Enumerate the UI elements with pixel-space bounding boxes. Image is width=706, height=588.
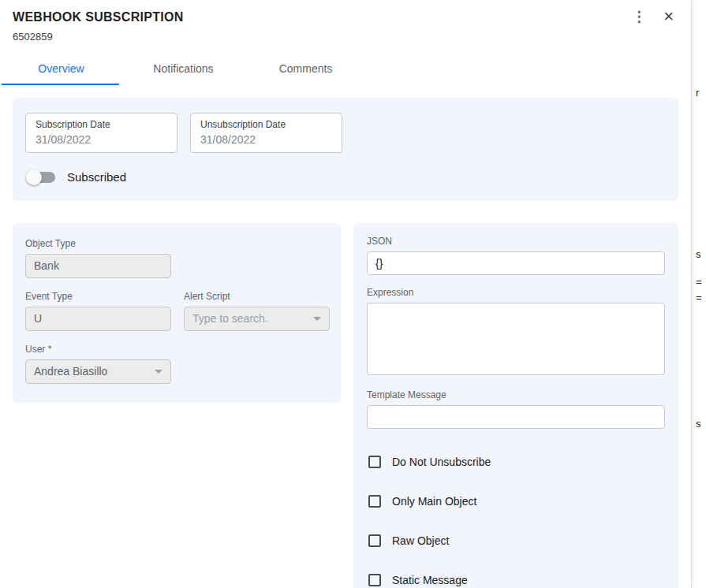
object-type-label: Object Type (25, 238, 328, 249)
alert-script-group: Alert Script Type to search. (184, 291, 330, 344)
subscribed-toggle-label: Subscribed (67, 170, 126, 184)
record-id: 6502859 (13, 31, 678, 43)
object-type-input[interactable]: Bank (25, 254, 171, 278)
template-message-input[interactable] (367, 405, 665, 429)
checkbox-icon[interactable] (368, 574, 381, 586)
subscription-date-field[interactable]: Subscription Date 31/08/2022 (25, 113, 177, 153)
dialog-title: WEBHOOK SUBSCRIPTION (13, 10, 678, 24)
webhook-subscription-dialog: WEBHOOK SUBSCRIPTION 6502859 ⋮ × Overvie… (0, 0, 692, 588)
tab-overview[interactable]: Overview (0, 52, 122, 85)
subscription-date-label: Subscription Date (35, 119, 167, 130)
alert-script-label: Alert Script (184, 291, 330, 302)
template-message-label: Template Message (367, 389, 665, 400)
checkbox-row-raw-object[interactable]: Raw Object (368, 534, 665, 547)
subscription-panel: Subscription Date 31/08/2022 Unsubscript… (13, 98, 678, 201)
user-select-value: Andrea Biasillo (34, 360, 107, 383)
checkbox-label: Do Not Unsubscribe (392, 456, 491, 468)
expression-field: Expression (367, 287, 665, 378)
unsubscription-date-field[interactable]: Unsubscription Date 31/08/2022 (190, 113, 342, 153)
edge-fragment: r (696, 87, 699, 99)
dialog-header: WEBHOOK SUBSCRIPTION 6502859 ⋮ × (0, 0, 691, 46)
edge-fragment: s (696, 248, 701, 260)
expression-textarea[interactable] (367, 303, 665, 375)
checkbox-list: Do Not Unsubscribe Only Main Object Raw … (367, 456, 665, 586)
unsubscription-date-label: Unsubscription Date (200, 119, 332, 130)
user-group: User * Andrea Biasillo (25, 344, 328, 384)
checkbox-label: Only Main Object (392, 495, 476, 508)
tab-bar: Overview Notifications Comments (0, 52, 691, 85)
json-input[interactable] (367, 251, 665, 275)
checkbox-row-static-message[interactable]: Static Message (368, 574, 665, 586)
user-select[interactable]: Andrea Biasillo (25, 359, 171, 384)
tab-comments[interactable]: Comments (245, 52, 367, 85)
tab-notifications[interactable]: Notifications (122, 52, 245, 85)
event-alert-row: Event Type U Alert Script Type to search… (25, 291, 328, 344)
json-field: JSON (367, 236, 665, 275)
user-label: User * (25, 344, 328, 355)
page-background: r s = = s WEBHOOK SUBSCRIPTION 6502859 ⋮… (0, 0, 706, 588)
object-type-group: Object Type Bank (25, 238, 328, 278)
alert-script-select[interactable]: Type to search. (184, 307, 330, 331)
edge-fragment: = (696, 276, 702, 288)
checkbox-row-only-main-object[interactable]: Only Main Object (368, 495, 665, 508)
subscribed-toggle-row: Subscribed (25, 170, 666, 184)
close-icon[interactable]: × (663, 8, 674, 25)
toggle-knob (26, 169, 42, 185)
checkbox-icon[interactable] (368, 495, 381, 508)
chevron-down-icon (313, 317, 321, 321)
template-message-field: Template Message (367, 389, 665, 429)
checkbox-icon[interactable] (368, 456, 381, 468)
edge-fragment: = (696, 292, 702, 303)
alert-script-placeholder: Type to search. (192, 307, 268, 330)
event-type-group: Event Type U (25, 291, 171, 331)
detail-columns: Object Type Bank Event Type U Alert Scri… (13, 223, 678, 588)
checkbox-row-do-not-unsubscribe[interactable]: Do Not Unsubscribe (368, 456, 665, 468)
checkbox-label: Raw Object (392, 534, 449, 547)
event-type-input[interactable]: U (25, 307, 171, 331)
unsubscription-date-value: 31/08/2022 (200, 133, 332, 146)
message-settings-panel: JSON Expression Template Message (353, 223, 678, 588)
dialog-body: Subscription Date 31/08/2022 Unsubscript… (0, 85, 691, 588)
checkbox-label: Static Message (392, 574, 468, 586)
checkbox-icon[interactable] (368, 534, 381, 547)
expression-label: Expression (367, 287, 665, 298)
edge-fragment: s (696, 418, 701, 430)
subscription-date-value: 31/08/2022 (35, 133, 167, 146)
object-details-panel: Object Type Bank Event Type U Alert Scri… (13, 223, 341, 403)
chevron-down-icon (155, 370, 162, 374)
header-actions: ⋮ × (632, 8, 674, 25)
kebab-menu-icon[interactable]: ⋮ (632, 9, 646, 24)
event-type-label: Event Type (25, 291, 171, 302)
date-fields: Subscription Date 31/08/2022 Unsubscript… (25, 113, 666, 153)
json-label: JSON (367, 236, 665, 247)
subscribed-toggle[interactable] (28, 172, 55, 183)
background-page-edge: r s = = s (692, 0, 706, 588)
